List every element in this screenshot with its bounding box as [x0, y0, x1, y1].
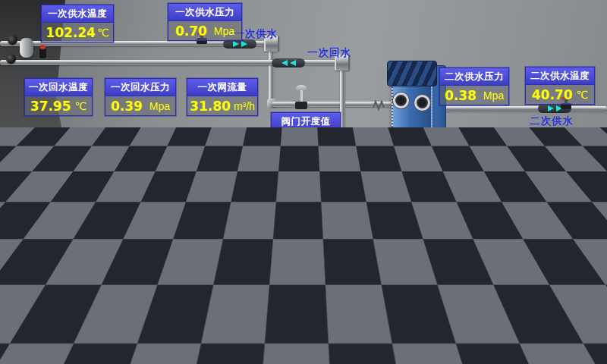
- gauge-unit: ℃: [75, 100, 87, 112]
- hmi-heat-station-screen: 一次供水 一次回水 二次供水 二次回水 补水 一次供水温度 102.24 ℃ 一…: [0, 0, 607, 364]
- flow-direction-indicator: [372, 221, 405, 230]
- control-valve: [295, 85, 307, 111]
- gauge-primary-supply-temp: 一次供水温度 102.24 ℃: [41, 5, 114, 42]
- makeup-pump-1: [187, 237, 209, 282]
- gauge-value: 0.70: [175, 24, 207, 39]
- gauge-value: 5.92: [281, 133, 313, 148]
- hx-foot: [396, 165, 405, 174]
- pipe-hx-down-riser: [407, 171, 412, 226]
- gauge-unit: m³: [74, 249, 86, 262]
- pipe-label-primary-return: 一次回水: [307, 46, 351, 60]
- gauge-value: 0.39: [111, 99, 143, 114]
- tank-manhole-left: [6, 287, 46, 326]
- gauge-value: 37.95: [30, 99, 71, 114]
- gauge-unit: Mpa: [483, 207, 504, 219]
- gauge-value: 0.27: [445, 206, 476, 221]
- gauge-unit: ℃: [577, 89, 589, 101]
- gauge-unit: Mpa: [483, 89, 504, 102]
- gauge-makeup-pump-freq: 补水泵频率 33.88 Hz: [210, 287, 281, 325]
- pump-status-indicator: [194, 240, 203, 253]
- gauge-value: 33.88: [217, 307, 258, 322]
- pipe-secondary-supply: [431, 106, 607, 111]
- gauge-value: 40.70: [532, 87, 573, 102]
- gauge-secondary-return-temp: 二次回水温度 36.63 ℃: [525, 185, 597, 223]
- pipe-label-secondary-return: 二次回水: [543, 231, 587, 245]
- gauge-title: 阀门开度值: [272, 113, 340, 130]
- gauge-primary-return-temp: 一次回水温度 37.95 ℃: [24, 78, 93, 116]
- gauge-unit: ℃: [97, 27, 109, 39]
- hx-foot: [419, 165, 428, 174]
- gauge-value: 102.24: [46, 25, 96, 40]
- handwheel-valve: [8, 35, 17, 45]
- gauge-primary-return-pressure: 一次回水压力 0.39 Mpa: [105, 78, 176, 116]
- makeup-pump-2: [171, 287, 194, 332]
- gauge-unit: %: [320, 134, 329, 146]
- pump-status-indicator: [377, 155, 386, 171]
- gauge-title: 二次供水温度: [526, 67, 594, 85]
- pressure-sensor: [39, 49, 46, 58]
- gauge-primary-supply-pressure: 一次供水压力 0.70 Mpa: [168, 3, 242, 41]
- pipe-primary-supply-drop: [269, 46, 274, 106]
- gauge-secondary-return-pressure: 二次回水压力 0.27 Mpa: [439, 185, 510, 223]
- shutoff-valve: [413, 214, 425, 226]
- gauge-value: 0.38: [445, 88, 476, 103]
- circulation-pump-1: [320, 150, 346, 202]
- gauge-title: 一次供水压力: [168, 4, 241, 21]
- pipe-makeup-riser: [464, 228, 468, 297]
- gauge-unit: Mpa: [214, 25, 234, 37]
- gauge-title: 补水泵频率: [211, 287, 281, 305]
- pipe-label-secondary-supply: 二次供水: [530, 115, 574, 128]
- circulation-pump-2: [369, 152, 395, 203]
- gauge-title: 二次回水温度: [526, 186, 596, 203]
- separator-vessel: [20, 38, 33, 58]
- hx-top-clamp: [387, 61, 437, 86]
- gauge-title: 二次回水压力: [439, 186, 509, 203]
- handwheel-valve: [6, 54, 16, 64]
- tank-manhole-right: [53, 287, 93, 326]
- pump-status-indicator: [329, 154, 338, 170]
- gauge-unit: ℃: [577, 207, 590, 219]
- gauge-unit: Mpa: [149, 100, 170, 112]
- gauge-tank-level: 水箱液位高度 1.10 m³: [26, 228, 97, 265]
- gauge-title: 一次回水温度: [25, 79, 92, 96]
- gauge-value: 1.10: [36, 248, 68, 263]
- hx-port: [395, 149, 410, 165]
- gauge-valve-opening: 阀门开度值 5.92 %: [271, 112, 341, 150]
- gauge-title: 二次供水压力: [440, 68, 508, 86]
- gauge-unit: Hz: [262, 309, 275, 321]
- gauge-unit: m³/h: [234, 100, 255, 112]
- hx-port: [393, 93, 409, 108]
- gauge-title: 水箱液位高度: [27, 228, 96, 246]
- gauge-secondary-supply-pressure: 二次供水压力 0.38 Mpa: [439, 67, 509, 105]
- gauge-title: 一次供水温度: [42, 5, 113, 23]
- gauge-value: 31.80: [190, 99, 231, 114]
- pipe-label-makeup: 补水: [438, 301, 460, 315]
- gauge-secondary-supply-temp: 二次供水温度 40.70 ℃: [525, 67, 595, 105]
- gauge-value: 36.63: [533, 206, 574, 221]
- flow-direction-indicator: [272, 58, 305, 67]
- gauge-title: 一次网流量: [187, 79, 257, 96]
- pump-status-indicator: [179, 290, 187, 303]
- gauge-title: 一次回水压力: [105, 79, 175, 96]
- pipe-pump-discharge-header: [316, 209, 414, 215]
- pipe-primary-return-riser: [340, 65, 345, 226]
- hx-port: [414, 95, 430, 111]
- gauge-primary-flow: 一次网流量 31.80 m³/h: [187, 78, 258, 116]
